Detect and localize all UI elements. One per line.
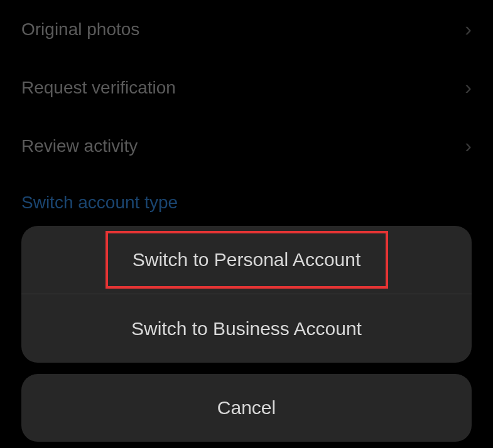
chevron-right-icon: › [465, 18, 472, 41]
settings-item-label: Review activity [21, 136, 138, 156]
switch-to-personal-account-button[interactable]: Switch to Personal Account [106, 231, 388, 289]
action-sheet-button-label: Switch to Personal Account [133, 249, 361, 270]
settings-item-switch-account-type[interactable]: Switch account type [21, 175, 472, 213]
chevron-right-icon: › [465, 76, 472, 99]
action-sheet: Switch to Personal Account Switch to Bus… [21, 226, 472, 442]
cancel-button[interactable]: Cancel [21, 374, 472, 442]
settings-item-review-activity[interactable]: Review activity › [21, 117, 472, 175]
chevron-right-icon: › [465, 134, 472, 157]
settings-item-request-verification[interactable]: Request verification › [21, 58, 472, 117]
switch-to-business-account-button[interactable]: Switch to Business Account [21, 294, 472, 363]
settings-item-label: Switch account type [21, 193, 178, 213]
cancel-button-label: Cancel [217, 397, 276, 419]
settings-list: Original photos › Request verification ›… [0, 0, 493, 213]
settings-item-label: Request verification [21, 78, 176, 98]
action-sheet-button-label: Switch to Business Account [131, 318, 362, 339]
settings-item-original-photos[interactable]: Original photos › [21, 0, 472, 58]
action-sheet-options-group: Switch to Personal Account Switch to Bus… [21, 226, 472, 363]
settings-item-label: Original photos [21, 19, 139, 40]
